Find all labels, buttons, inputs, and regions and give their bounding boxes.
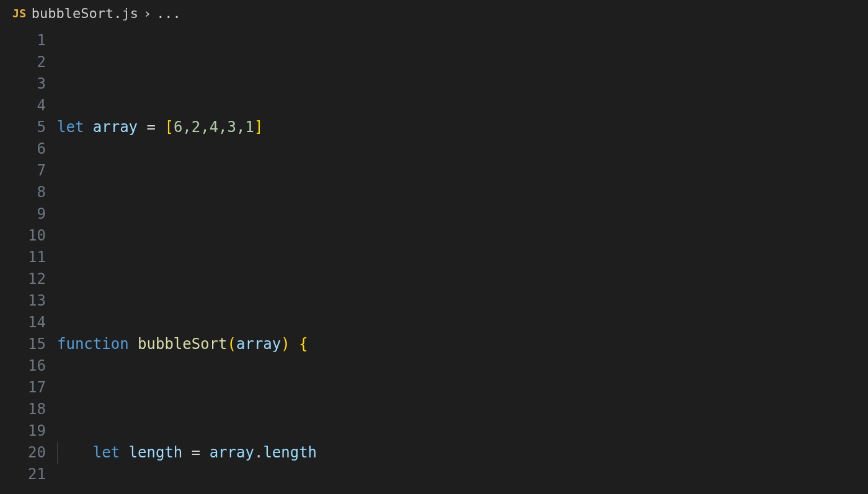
line-number: 20 (0, 442, 46, 464)
line-number: 4 (0, 95, 46, 117)
line-number: 8 (0, 182, 46, 203)
line-number: 16 (0, 355, 46, 377)
code-editor[interactable]: 1 2 3 4 5 6 7 8 9 10 11 12 13 14 15 16 1… (0, 26, 868, 494)
keyword: function (57, 335, 129, 353)
breadcrumb-file[interactable]: bubbleSort.js (32, 6, 138, 21)
code-line[interactable] (57, 225, 868, 247)
line-number: 19 (0, 420, 46, 442)
array-literal: 6,2,4,3,1 (174, 118, 254, 136)
line-number: 21 (0, 464, 46, 485)
parameter: array (236, 335, 281, 353)
code-line[interactable]: let array = [6,2,4,3,1] (57, 117, 868, 138)
code-area[interactable]: let array = [6,2,4,3,1] function bubbleS… (57, 30, 868, 494)
line-number: 9 (0, 203, 46, 225)
language-badge-icon: JS (12, 7, 27, 20)
line-number: 17 (0, 377, 46, 399)
breadcrumb[interactable]: JS bubbleSort.js › ... (0, 0, 868, 26)
line-number: 2 (0, 51, 46, 73)
line-number: 14 (0, 312, 46, 333)
line-number: 13 (0, 290, 46, 312)
line-number: 7 (0, 160, 46, 182)
line-number: 6 (0, 138, 46, 160)
line-number: 1 (0, 30, 46, 51)
chevron-right-icon: › (143, 6, 151, 21)
line-number-gutter: 1 2 3 4 5 6 7 8 9 10 11 12 13 14 15 16 1… (0, 30, 57, 494)
line-number: 3 (0, 73, 46, 95)
function-name: bubbleSort (138, 335, 228, 353)
identifier: array (93, 118, 138, 136)
line-number: 18 (0, 399, 46, 420)
line-number: 15 (0, 333, 46, 355)
line-number: 5 (0, 117, 46, 138)
line-number: 11 (0, 247, 46, 268)
breadcrumb-rest[interactable]: ... (156, 6, 181, 21)
line-number: 12 (0, 268, 46, 290)
keyword: let (57, 118, 84, 136)
code-line[interactable]: function bubbleSort(array) { (57, 333, 868, 355)
line-number: 10 (0, 225, 46, 247)
code-line[interactable]: let length = array.length (57, 442, 868, 464)
